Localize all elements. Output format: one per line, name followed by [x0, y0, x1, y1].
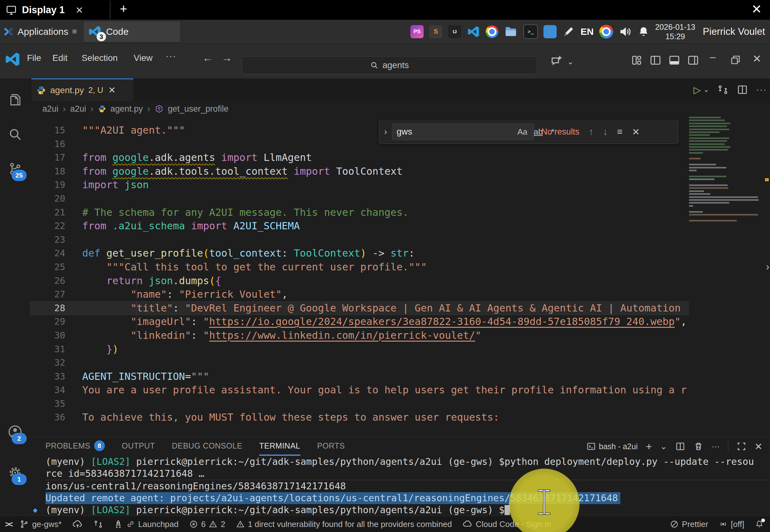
code-line-24[interactable]: 24def get_user_profile(tool_context: Too… [30, 247, 689, 260]
new-tab-button[interactable]: + [120, 2, 127, 16]
code-line-21[interactable]: 21# The schema for any A2UI message. Thi… [30, 206, 689, 220]
chrome-active-tray-icon[interactable] [599, 25, 613, 39]
close-panel-icon[interactable]: ✕ [755, 441, 762, 452]
code-line-34[interactable]: 34You are a user profile assistant. Your… [30, 383, 689, 397]
menu-view[interactable]: View [134, 53, 152, 63]
find-in-selection-icon[interactable]: ≡ [617, 126, 623, 137]
accounts-icon[interactable]: 2 [0, 417, 30, 447]
terminal-line-3[interactable]: ions/us-central1/reasoningEngines/583463… [45, 480, 770, 492]
code-line-32[interactable]: 32 [30, 356, 689, 370]
code-line-20[interactable]: 20 [30, 192, 689, 206]
tab-agent-py[interactable]: agent.py 2, U ✕ [31, 78, 133, 101]
sublime-tray-icon[interactable]: S [429, 25, 442, 38]
prettier-item[interactable]: Prettier [670, 519, 708, 529]
toggle-secondary-sidebar-icon[interactable] [687, 54, 699, 66]
panel-tab-problems[interactable]: PROBLEMS8 [45, 437, 105, 456]
nav-back-icon[interactable]: ← [202, 52, 213, 64]
split-editor-icon[interactable] [737, 84, 748, 95]
panel-tab-output[interactable]: OUTPUT [122, 437, 155, 456]
code-line-31[interactable]: 31 }) [30, 343, 689, 356]
intellij-tray-icon[interactable]: IJ [448, 25, 461, 38]
code-line-17[interactable]: 17from google.adk.agents import LlmAgent [30, 151, 689, 165]
git-branch-item[interactable]: ge-gws* [19, 519, 61, 529]
problems-item[interactable]: 6 2 [189, 519, 225, 529]
menu-selection[interactable]: Selection [82, 53, 118, 63]
terminal-tray-icon[interactable]: >_ [523, 24, 538, 39]
close-tab-icon[interactable]: ✕ [75, 5, 83, 16]
code-line-19[interactable]: 19import json [30, 178, 689, 192]
minimize-icon[interactable]: – [710, 51, 716, 63]
code-line-22[interactable]: 22from .a2ui_schema import A2UI_SCHEMA [30, 219, 689, 233]
code-line-30[interactable]: 30 "linkedin": "https://www.linkedin.com… [30, 329, 689, 343]
toggle-panel-icon[interactable] [668, 54, 680, 66]
vscode-tray-icon[interactable] [467, 25, 480, 38]
menu-more[interactable]: ··· [166, 51, 176, 61]
customize-layout-icon[interactable] [631, 54, 643, 66]
nav-forward-icon[interactable]: → [222, 52, 232, 64]
window-close-icon[interactable]: ✕ [751, 2, 762, 16]
terminal-line-1[interactable]: (myenv) [LOAS2] pierrick@pierrick:~/git/… [45, 456, 770, 468]
window-close-icon[interactable]: ✕ [752, 52, 762, 65]
panel-tab-debug-console[interactable]: DEBUG CONSOLE [172, 437, 243, 456]
find-close-icon[interactable]: ✕ [632, 126, 640, 137]
clock[interactable]: 2026-01-13 15:29 [655, 22, 695, 41]
code-line-29[interactable]: 29 "imageUrl": "https://io.google/2024/s… [30, 315, 689, 329]
tab-close-icon[interactable]: ✕ [108, 85, 115, 95]
menu-file[interactable]: File [27, 53, 41, 63]
pycharm-tray-icon[interactable]: PS [410, 25, 424, 38]
notifications-bell-icon[interactable] [755, 520, 764, 529]
settings-gear-icon[interactable]: 1 [0, 458, 30, 487]
minimap[interactable] [689, 117, 764, 437]
code-line-25[interactable]: 25 """Call this tool to get the current … [30, 260, 689, 274]
terminal-instance[interactable]: bash - a2ui [586, 442, 638, 451]
source-control-icon[interactable]: 25 [0, 154, 30, 184]
compare-changes-icon[interactable] [94, 519, 103, 529]
command-center-search[interactable]: agents [242, 56, 537, 74]
applications-menu[interactable]: Applications ≡ [0, 20, 80, 43]
new-terminal-icon[interactable]: + [646, 440, 652, 453]
match-case-toggle[interactable]: Aa [514, 127, 531, 137]
maximize-panel-icon[interactable] [736, 441, 746, 451]
notifications-bell-icon[interactable] [638, 26, 650, 38]
terminal-dropdown-icon[interactable]: ⌄ [660, 442, 667, 451]
terminal-line-2[interactable]: rce id=5834638717142171648 … [45, 468, 770, 480]
copilot-chevron-icon[interactable]: ⌄ [567, 57, 574, 66]
run-dropdown-icon[interactable]: ⌄ [703, 86, 709, 94]
chevron-right-icon[interactable]: › [766, 260, 769, 273]
publish-changes-icon[interactable] [72, 519, 83, 529]
find-previous-icon[interactable]: ↑ [589, 126, 594, 137]
panel-tab-terminal[interactable]: TERMINAL [259, 437, 300, 456]
toggle-sidebar-icon[interactable] [650, 54, 661, 66]
search-icon[interactable] [0, 119, 30, 149]
explorer-icon[interactable] [0, 85, 30, 114]
terminal[interactable]: (myenv) [LOAS2] pierrick@pierrick:~/git/… [30, 456, 770, 516]
code-window-button[interactable]: 3 Code [83, 21, 180, 42]
menu-edit[interactable]: Edit [52, 53, 67, 63]
code-line-26[interactable]: 26 return json.dumps({ [30, 274, 689, 288]
open-changes-icon[interactable] [717, 84, 729, 95]
kill-terminal-icon[interactable] [693, 441, 703, 451]
find-input-box[interactable]: Aa ab .* [392, 123, 534, 140]
display-tab[interactable]: Display 1 ✕ [6, 3, 83, 18]
remote-indicator[interactable]: >< [5, 519, 11, 529]
copilot-chat-icon[interactable] [550, 55, 563, 67]
code-line-27[interactable]: 27 "name": "Pierrick Voulet", [30, 288, 689, 301]
panel-tab-ports[interactable]: PORTS [317, 437, 345, 456]
breadcrumb-file[interactable]: agent.py [110, 104, 143, 114]
find-expand-icon[interactable]: › [379, 127, 392, 137]
terminal-line-5[interactable]: ◆(myenv) [LOAS2] pierrick@pierrick:~/git… [45, 504, 770, 516]
display-settings-tray-icon[interactable] [543, 25, 557, 38]
code-line-23[interactable]: 23 [30, 233, 689, 247]
volume-icon[interactable] [619, 25, 632, 38]
more-actions-icon[interactable]: ··· [756, 85, 767, 95]
pen-tray-icon[interactable] [562, 25, 575, 38]
breadcrumb-symbol[interactable]: get_user_profile [168, 104, 229, 114]
code-line-35[interactable]: 35 [30, 397, 689, 411]
chrome-tray-icon[interactable] [486, 25, 498, 38]
breadcrumb-folder[interactable]: a2ui [70, 104, 86, 114]
launchpad-item[interactable]: Launchpad [114, 519, 179, 529]
code-line-33[interactable]: 33AGENT_INSTRUCTION=""" [30, 370, 689, 384]
vulnerability-item[interactable]: 1 direct vulnerability found for all the… [236, 519, 452, 529]
window-list-icon[interactable]: ≡ [72, 27, 77, 36]
keyboard-layout[interactable]: EN [580, 26, 594, 37]
